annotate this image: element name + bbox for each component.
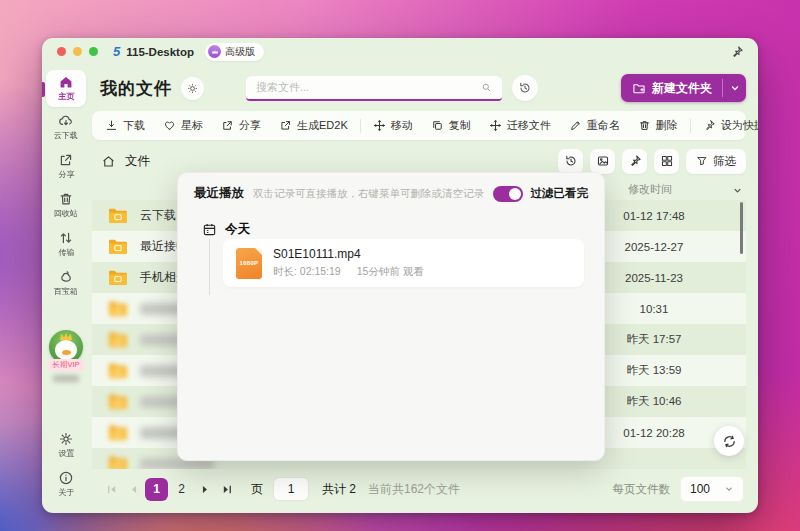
- next-page-button[interactable]: [194, 478, 216, 500]
- toolbar-button-星标[interactable]: 星标: [154, 111, 212, 140]
- search-icon: [481, 82, 492, 93]
- toolbar-divider: [690, 119, 691, 133]
- files-settings-button[interactable]: [181, 77, 204, 100]
- sidebar-item-主页[interactable]: 主页: [46, 70, 86, 107]
- file-name: 云下载: [140, 207, 176, 224]
- page-header: 我的文件 搜索文件... 新建文件夹: [92, 71, 746, 105]
- toolbar-button-重命名[interactable]: 重命名: [560, 111, 629, 140]
- new-folder-button[interactable]: 新建文件夹: [621, 74, 722, 102]
- recent-video-item[interactable]: 1080P S01E10111.mp4 时长: 02:15:19 15分钟前 观…: [223, 239, 584, 287]
- folder-icon: [108, 269, 128, 286]
- premium-badge[interactable]: 高级版: [205, 43, 264, 61]
- info-icon: [58, 470, 74, 486]
- sidebar-items: 主页云下载分享回收站传输百宝箱: [46, 70, 86, 304]
- toolbar-button-下载[interactable]: 下载: [96, 111, 154, 140]
- new-folder-icon: [632, 81, 646, 95]
- last-page-button[interactable]: [216, 478, 238, 500]
- minimize-button[interactable]: [73, 47, 82, 56]
- new-folder-split-button: 新建文件夹: [621, 74, 746, 102]
- popup-header: 最近播放 双击记录可直接播放，右键菜单可删除或清空记录 过滤已看完: [178, 173, 604, 202]
- folder-icon: [108, 393, 128, 410]
- folder-icon: [108, 238, 128, 255]
- image-view-button[interactable]: [590, 149, 615, 174]
- share-icon: [221, 119, 234, 132]
- column-modified-time[interactable]: 修改时间: [592, 182, 708, 197]
- cloud-download-icon: [58, 113, 74, 129]
- heart-icon: [163, 119, 176, 132]
- breadcrumb[interactable]: 文件: [125, 153, 150, 170]
- filter-button[interactable]: 筛选: [686, 149, 746, 174]
- modified-date: 昨天 13:59: [592, 363, 716, 378]
- refresh-button[interactable]: [714, 426, 744, 456]
- toolbar-button-迁移文件[interactable]: 迁移文件: [480, 111, 560, 140]
- sidebar-item-分享[interactable]: 分享: [46, 148, 86, 185]
- zoom-button[interactable]: [89, 47, 98, 56]
- toolbar-button-移动[interactable]: 移动: [364, 111, 422, 140]
- sidebar-item-回收站[interactable]: 回收站: [46, 187, 86, 224]
- folder-icon: [108, 300, 128, 317]
- search-history-button[interactable]: [512, 75, 538, 101]
- pin-view-button[interactable]: [622, 149, 647, 174]
- file-count-label: 当前共162个文件: [368, 481, 460, 498]
- per-page-label: 每页文件数: [613, 482, 671, 497]
- close-button[interactable]: [57, 47, 66, 56]
- timeline-line: [209, 239, 210, 295]
- move-icon: [373, 119, 386, 132]
- image-icon: [596, 154, 610, 168]
- app-window: 5 115-Desktop 高级版 主页云下载分享回收站传输百宝箱: [42, 38, 758, 513]
- date-group-label: 今天: [225, 221, 250, 238]
- sidebar-item-关于[interactable]: 关于: [46, 466, 86, 503]
- popup-hint: 双击记录可直接播放，右键菜单可删除或清空记录: [253, 187, 484, 201]
- toolbar-button-生成ED2K[interactable]: 生成ED2K: [270, 111, 357, 140]
- sidebar-item-传输[interactable]: 传输: [46, 226, 86, 263]
- sidebar-item-云下载[interactable]: 云下载: [46, 109, 86, 146]
- folder-icon: [108, 362, 128, 379]
- first-page-button[interactable]: [100, 478, 122, 500]
- pin-icon: [628, 154, 642, 168]
- prev-page-button[interactable]: [122, 478, 144, 500]
- recent-played-popup: 最近播放 双击记录可直接播放，右键菜单可删除或清空记录 过滤已看完 今天 108…: [177, 172, 605, 461]
- toolbar-button-设为快捷入口[interactable]: 设为快捷入口: [694, 111, 758, 140]
- share-icon: [58, 152, 74, 168]
- pin-icon: [703, 119, 716, 132]
- toolbar-button-分享[interactable]: 分享: [212, 111, 270, 140]
- gear-icon: [58, 431, 74, 447]
- history-view-button[interactable]: [558, 149, 583, 174]
- per-page-control: 每页文件数 100: [613, 476, 745, 502]
- pin-window-icon[interactable]: [730, 45, 744, 59]
- user-profile[interactable]: 长期VIP: [47, 330, 84, 382]
- chevron-down-icon: [730, 83, 740, 93]
- page-number-2[interactable]: 2: [170, 478, 193, 501]
- filter-watched-label: 过滤已看完: [531, 186, 589, 201]
- transfer-icon: [58, 230, 74, 246]
- pagination-bar: 12 页 1 共计 2 当前共162个文件 每页文件数 100: [92, 469, 746, 513]
- total-pages-label: 共计 2: [322, 481, 356, 498]
- modified-date: 2025-11-23: [592, 272, 716, 284]
- page-title: 我的文件: [100, 77, 172, 100]
- search-placeholder: 搜索文件...: [256, 80, 481, 95]
- grid-view-button[interactable]: [654, 149, 679, 174]
- toolbar-button-删除[interactable]: 删除: [629, 111, 687, 140]
- sort-chevron-icon[interactable]: [732, 182, 743, 193]
- page-number-1[interactable]: 1: [145, 478, 168, 501]
- toolbar-button-复制[interactable]: 复制: [422, 111, 480, 140]
- filter-watched-toggle[interactable]: [493, 186, 523, 202]
- sidebar-item-设置[interactable]: 设置: [46, 427, 86, 464]
- page-input[interactable]: 1: [273, 477, 309, 501]
- new-folder-dropdown[interactable]: [723, 74, 746, 102]
- search-input[interactable]: 搜索文件...: [246, 76, 502, 101]
- home-icon: [58, 74, 74, 90]
- refresh-icon: [722, 434, 737, 449]
- crown-icon: [208, 45, 221, 58]
- chevron-down-icon: [724, 484, 734, 494]
- breadcrumb-row: 文件 筛选: [92, 147, 746, 175]
- per-page-select[interactable]: 100: [680, 476, 744, 502]
- folder-icon: [108, 424, 128, 441]
- home-breadcrumb-icon[interactable]: [101, 154, 116, 169]
- scrollbar[interactable]: [740, 202, 743, 254]
- per-page-value: 100: [690, 482, 710, 496]
- app-title: 115-Desktop: [126, 46, 194, 58]
- external-link-icon: [279, 119, 292, 132]
- sidebar-item-百宝箱[interactable]: 百宝箱: [46, 265, 86, 302]
- view-controls: 筛选: [558, 149, 746, 174]
